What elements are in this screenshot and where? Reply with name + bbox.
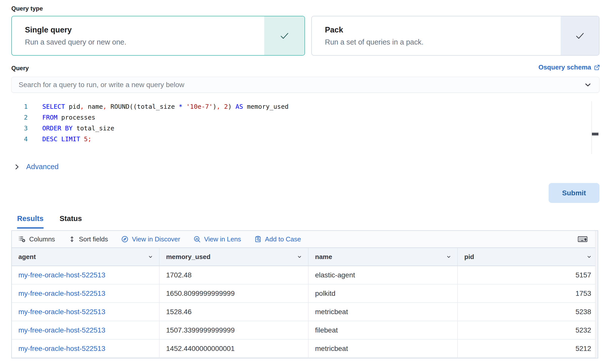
name-cell: metricbeat bbox=[309, 340, 458, 357]
results-data-grid: Columns Sort fields View in Discover Vie… bbox=[11, 230, 598, 358]
view-in-lens-button[interactable]: View in Lens bbox=[193, 235, 241, 243]
card-title: Pack bbox=[325, 25, 561, 34]
column-header-label: pid bbox=[464, 253, 474, 261]
view-in-discover-button-label: View in Discover bbox=[132, 235, 180, 243]
chevron-down-icon[interactable] bbox=[586, 254, 592, 260]
query-type-card-single-query[interactable]: Single query Run a saved query or new on… bbox=[11, 16, 305, 56]
name-cell: elastic-agent bbox=[309, 266, 458, 284]
editor-scroll-marker[interactable] bbox=[592, 133, 598, 135]
sort-arrows-icon bbox=[68, 235, 76, 243]
agent-link[interactable]: my-free-oracle-host-522513 bbox=[12, 340, 160, 357]
case-clipboard-icon bbox=[254, 235, 262, 243]
chevron-right-icon bbox=[13, 163, 21, 171]
memory-used-cell: 1650.8099999999999 bbox=[160, 284, 309, 302]
osquery-schema-link-label: Osquery schema bbox=[538, 63, 591, 71]
agent-link[interactable]: my-free-oracle-host-522513 bbox=[12, 266, 160, 284]
compass-icon bbox=[121, 235, 129, 243]
add-to-case-button[interactable]: Add to Case bbox=[254, 235, 301, 243]
grid-toolbar: Columns Sort fields View in Discover Vie… bbox=[12, 231, 598, 248]
table-row: my-free-oracle-host-522513 1650.80999999… bbox=[12, 284, 598, 303]
card-description: Run a saved query or new one. bbox=[25, 38, 264, 46]
external-link-icon bbox=[594, 64, 600, 71]
check-icon bbox=[561, 16, 599, 55]
table-row: my-free-oracle-host-522513 1452.44000000… bbox=[12, 340, 598, 358]
keyboard-shortcuts-button[interactable] bbox=[578, 235, 588, 243]
pid-cell: 5232 bbox=[458, 321, 598, 339]
memory-used-cell: 1702.48 bbox=[160, 266, 309, 284]
column-header-pid[interactable]: pid bbox=[458, 248, 598, 266]
columns-button[interactable]: Columns bbox=[18, 235, 55, 243]
table-row: my-free-oracle-host-522513 1528.46 metri… bbox=[12, 303, 598, 321]
lens-chart-icon bbox=[193, 235, 201, 243]
column-header-name[interactable]: name bbox=[309, 248, 458, 266]
line-number: 2 bbox=[11, 112, 28, 123]
table-row: my-free-oracle-host-522513 1702.48 elast… bbox=[12, 266, 598, 284]
tab-status[interactable]: Status bbox=[60, 214, 82, 229]
line-number: 3 bbox=[11, 123, 28, 134]
query-type-label: Query type bbox=[11, 5, 43, 12]
check-icon bbox=[264, 16, 305, 55]
agent-link[interactable]: my-free-oracle-host-522513 bbox=[12, 303, 160, 321]
line-number: 1 bbox=[11, 101, 28, 112]
code-line: 1 SELECT pid, name, ROUND((total_size * … bbox=[11, 101, 598, 112]
column-header-label: name bbox=[315, 253, 332, 261]
pid-cell: 1753 bbox=[458, 284, 598, 302]
advanced-label: Advanced bbox=[26, 163, 59, 171]
chevron-down-icon[interactable] bbox=[446, 254, 452, 260]
grid-header-row: agent memory_used name pid bbox=[12, 248, 598, 266]
sort-fields-button[interactable]: Sort fields bbox=[68, 235, 108, 243]
pid-cell: 5212 bbox=[458, 340, 598, 357]
memory-used-cell: 1452.4400000000001 bbox=[160, 340, 309, 357]
saved-query-select-placeholder: Search for a query to run, or write a ne… bbox=[19, 81, 584, 89]
submit-button[interactable]: Submit bbox=[549, 183, 599, 203]
pid-cell: 5238 bbox=[458, 303, 598, 321]
chevron-down-icon[interactable] bbox=[296, 254, 302, 260]
memory-used-cell: 1507.3399999999999 bbox=[160, 321, 309, 339]
memory-used-cell: 1528.46 bbox=[160, 303, 309, 321]
query-label: Query bbox=[11, 65, 29, 72]
code-line: 3 ORDER BY total_size bbox=[11, 123, 598, 134]
grid-scrollbar[interactable] bbox=[595, 231, 598, 358]
columns-button-label: Columns bbox=[29, 235, 55, 243]
pid-cell: 5157 bbox=[458, 266, 598, 284]
column-header-label: agent bbox=[18, 253, 36, 261]
name-cell: metricbeat bbox=[309, 303, 458, 321]
osquery-schema-link[interactable]: Osquery schema bbox=[538, 63, 600, 71]
column-header-memory-used[interactable]: memory_used bbox=[160, 248, 309, 266]
code-line: 2 FROM processes bbox=[11, 112, 598, 123]
chevron-down-icon[interactable] bbox=[147, 254, 154, 260]
chevron-down-icon bbox=[584, 81, 592, 89]
agent-link[interactable]: my-free-oracle-host-522513 bbox=[12, 284, 160, 302]
query-type-card-pack[interactable]: Pack Run a set of queries in a pack. bbox=[311, 16, 599, 56]
keyboard-icon bbox=[578, 235, 588, 243]
saved-query-select[interactable]: Search for a query to run, or write a ne… bbox=[11, 77, 599, 93]
name-cell: filebeat bbox=[309, 321, 458, 339]
code-line: 4 DESC LIMIT 5; bbox=[11, 134, 598, 144]
advanced-toggle[interactable]: Advanced bbox=[13, 163, 59, 171]
column-header-label: memory_used bbox=[166, 253, 210, 261]
agent-link[interactable]: my-free-oracle-host-522513 bbox=[12, 321, 160, 339]
view-in-discover-button[interactable]: View in Discover bbox=[121, 235, 180, 243]
sql-code-editor[interactable]: 1 SELECT pid, name, ROUND((total_size * … bbox=[11, 101, 598, 154]
sort-fields-button-label: Sort fields bbox=[79, 235, 108, 243]
line-number: 4 bbox=[11, 134, 28, 144]
editor-overview-ruler bbox=[591, 101, 592, 154]
column-header-agent[interactable]: agent bbox=[12, 248, 160, 266]
tab-results[interactable]: Results bbox=[17, 214, 44, 229]
card-title: Single query bbox=[25, 25, 264, 34]
name-cell: polkitd bbox=[309, 284, 458, 302]
table-row: my-free-oracle-host-522513 1507.33999999… bbox=[12, 321, 598, 340]
results-status-tabs: Results Status bbox=[17, 214, 82, 229]
card-description: Run a set of queries in a pack. bbox=[325, 38, 561, 46]
view-in-lens-button-label: View in Lens bbox=[204, 235, 241, 243]
list-add-icon bbox=[18, 235, 26, 243]
add-to-case-button-label: Add to Case bbox=[265, 235, 301, 243]
